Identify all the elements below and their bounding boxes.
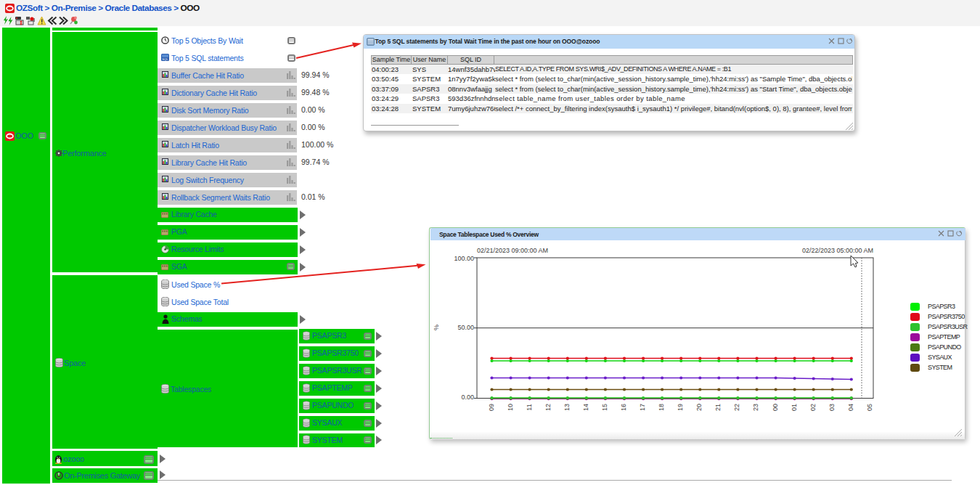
svg-text:SQL: SQL	[162, 57, 168, 61]
